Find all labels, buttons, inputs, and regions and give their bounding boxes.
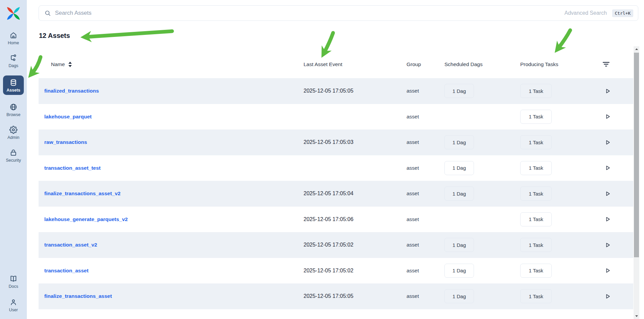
scheduled-dags-badge[interactable]: 1 Dag xyxy=(444,187,474,201)
sidebar-item-label: Dags xyxy=(8,63,18,68)
last-asset-event-cell: 2025-12-05 17:05:03 xyxy=(304,139,407,145)
filter-icon[interactable] xyxy=(603,62,609,67)
sidebar-item-home[interactable]: Home xyxy=(3,30,24,46)
trigger-asset-button[interactable] xyxy=(601,289,614,303)
search-icon xyxy=(44,10,51,16)
asset-name-link[interactable]: lakehouse_generate_parquets_v2 xyxy=(44,216,128,222)
producing-tasks-badge[interactable]: 1 Task xyxy=(520,212,552,226)
producing-tasks-badge[interactable]: 1 Task xyxy=(520,135,552,149)
table-body: finalized_transactions2025-12-05 17:05:0… xyxy=(39,78,633,309)
search-input[interactable] xyxy=(55,10,565,16)
asset-name-link[interactable]: transaction_asset xyxy=(44,268,89,273)
sidebar-item-label: User xyxy=(9,308,18,312)
table-row: raw_transactions2025-12-05 17:05:03asset… xyxy=(39,129,633,155)
asset-name-link[interactable]: finalize_transactions_asset_v2 xyxy=(44,191,120,196)
play-icon xyxy=(604,88,611,94)
group-cell: asset xyxy=(407,114,444,120)
column-header-producing-tasks: Producing Tasks xyxy=(520,61,589,67)
scroll-down-button[interactable] xyxy=(634,313,639,319)
airflow-logo[interactable] xyxy=(5,5,22,22)
sidebar-item-label: Home xyxy=(8,41,19,45)
browse-icon xyxy=(9,103,17,111)
producing-tasks-badge[interactable]: 1 Task xyxy=(520,161,552,175)
search-right: Advanced Search Ctrl+K xyxy=(565,9,633,17)
column-header-name[interactable]: Name xyxy=(39,61,304,67)
user-icon xyxy=(9,298,17,306)
trigger-asset-button[interactable] xyxy=(601,187,614,200)
last-asset-event-cell: 2025-12-05 17:05:04 xyxy=(304,191,407,197)
home-icon xyxy=(9,31,17,39)
sidebar-item-label: Docs xyxy=(9,284,18,289)
asset-name-link[interactable]: finalized_transactions xyxy=(44,88,99,94)
scheduled-dags-badge[interactable]: 1 Dag xyxy=(444,264,474,278)
table-row: transaction_asset2025-12-05 17:05:02asse… xyxy=(39,258,633,284)
sort-icon[interactable] xyxy=(68,61,72,67)
scrollbar-thumb[interactable] xyxy=(634,53,639,257)
scheduled-dags-badge[interactable]: 1 Dag xyxy=(444,161,474,175)
group-cell: asset xyxy=(407,268,444,274)
asset-name-link[interactable]: transaction_asset_v2 xyxy=(44,242,97,248)
producing-tasks-badge[interactable]: 1 Task xyxy=(520,289,552,303)
play-icon xyxy=(604,293,611,300)
main-content: Advanced Search Ctrl+K 12 Assets Name La… xyxy=(27,0,644,319)
trigger-asset-button[interactable] xyxy=(601,264,614,277)
sidebar-item-admin[interactable]: Admin xyxy=(3,124,24,141)
sidebar-item-label: Assets xyxy=(7,88,20,93)
group-cell: asset xyxy=(407,88,444,94)
sidebar-item-label: Admin xyxy=(7,135,19,140)
asset-name-link[interactable]: raw_transactions xyxy=(44,139,87,145)
producing-tasks-badge[interactable]: 1 Task xyxy=(520,110,552,124)
sidebar-item-assets[interactable]: Assets xyxy=(3,75,24,95)
trigger-asset-button[interactable] xyxy=(601,110,614,123)
play-icon xyxy=(604,191,611,197)
search-bar: Advanced Search Ctrl+K xyxy=(39,5,638,21)
asset-name-link[interactable]: lakehouse_parquet xyxy=(44,114,92,119)
column-header-last-asset-event: Last Asset Event xyxy=(304,61,407,67)
table-row: finalize_transactions_asset2025-12-05 17… xyxy=(39,283,633,309)
trigger-asset-button[interactable] xyxy=(601,161,614,175)
admin-gear-icon xyxy=(9,126,17,134)
sidebar-item-label: Security xyxy=(6,158,21,163)
producing-tasks-badge[interactable]: 1 Task xyxy=(520,187,552,201)
sidebar-nav: HomeDagsAssetsBrowseAdminSecurity xyxy=(0,30,27,163)
trigger-asset-button[interactable] xyxy=(601,84,614,98)
asset-name-link[interactable]: finalize_transactions_asset xyxy=(44,293,112,299)
last-asset-event-cell: 2025-12-05 17:05:06 xyxy=(304,216,407,222)
producing-tasks-badge[interactable]: 1 Task xyxy=(520,264,552,278)
play-icon xyxy=(604,242,611,248)
producing-tasks-badge[interactable]: 1 Task xyxy=(520,84,552,98)
trigger-asset-button[interactable] xyxy=(601,213,614,226)
scroll-up-button[interactable] xyxy=(634,46,639,52)
last-asset-event-cell: 2025-12-05 17:05:02 xyxy=(304,242,407,248)
vertical-scrollbar[interactable] xyxy=(634,46,639,319)
scheduled-dags-badge[interactable]: 1 Dag xyxy=(444,289,474,303)
scheduled-dags-badge[interactable]: 1 Dag xyxy=(444,84,474,98)
docs-book-icon xyxy=(9,275,17,283)
sidebar: HomeDagsAssetsBrowseAdminSecurity DocsUs… xyxy=(0,0,27,319)
shortcut-kbd: Ctrl+K xyxy=(612,9,633,17)
assets-icon xyxy=(9,78,17,87)
scheduled-dags-badge[interactable]: 1 Dag xyxy=(444,135,474,149)
trigger-asset-button[interactable] xyxy=(601,136,614,149)
group-cell: asset xyxy=(407,191,444,197)
trigger-asset-button[interactable] xyxy=(601,238,614,252)
last-asset-event-cell: 2025-12-05 17:05:05 xyxy=(304,88,407,94)
sidebar-item-docs[interactable]: Docs xyxy=(3,273,24,289)
table-row: lakehouse_generate_parquets_v22025-12-05… xyxy=(39,207,633,232)
asset-name-link[interactable]: transaction_asset_test xyxy=(44,165,101,171)
scheduled-dags-badge[interactable]: 1 Dag xyxy=(444,238,474,252)
sidebar-item-dags[interactable]: Dags xyxy=(3,53,24,69)
table-row: transaction_asset_v22025-12-05 17:05:02a… xyxy=(39,232,633,258)
play-icon xyxy=(604,139,611,146)
producing-tasks-badge[interactable]: 1 Task xyxy=(520,238,552,252)
group-cell: asset xyxy=(407,242,444,248)
sidebar-item-user[interactable]: User xyxy=(3,297,24,313)
sidebar-item-browse[interactable]: Browse xyxy=(3,102,24,118)
page-title: 12 Assets xyxy=(39,32,644,40)
table-row: finalize_transactions_asset_v22025-12-05… xyxy=(39,181,633,207)
advanced-search-link[interactable]: Advanced Search xyxy=(565,10,607,16)
table-row: transaction_asset_testasset1 Dag1 Task xyxy=(39,155,633,181)
play-icon xyxy=(604,165,611,171)
sidebar-item-security[interactable]: Security xyxy=(3,147,24,163)
sidebar-item-label: Browse xyxy=(6,112,20,117)
